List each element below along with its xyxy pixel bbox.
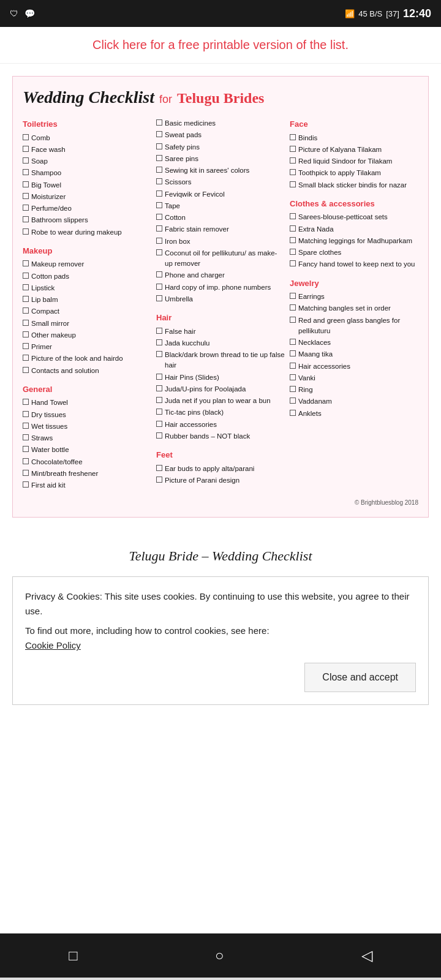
checkbox[interactable] — [23, 411, 29, 417]
checkbox[interactable] — [23, 157, 29, 164]
checkbox[interactable] — [23, 216, 29, 222]
checkbox[interactable] — [23, 296, 29, 302]
checkbox[interactable] — [23, 205, 29, 211]
check-item: Juda net if you plan to wear a bun — [156, 396, 285, 406]
checkbox[interactable] — [23, 343, 29, 349]
item-label: Hair accessories — [165, 420, 217, 430]
checkbox[interactable] — [156, 249, 162, 255]
checkbox[interactable] — [290, 225, 296, 232]
item-label: Phone and charger — [165, 270, 225, 281]
checkbox[interactable] — [156, 238, 162, 244]
checkbox[interactable] — [156, 119, 162, 126]
checkbox[interactable] — [156, 214, 162, 220]
item-label: Vanki — [298, 373, 315, 383]
checkbox[interactable] — [156, 385, 162, 391]
checkbox[interactable] — [290, 374, 296, 380]
checkbox[interactable] — [290, 304, 296, 311]
checkbox[interactable] — [290, 237, 296, 243]
nav-circle-icon[interactable]: ○ — [215, 947, 224, 964]
nav-back-icon[interactable]: ◁ — [361, 947, 372, 964]
checkbox[interactable] — [156, 477, 162, 483]
checkbox[interactable] — [23, 481, 29, 488]
check-item: Toothpick to apply Tilakam — [290, 168, 418, 178]
checkbox[interactable] — [156, 178, 162, 184]
checkbox[interactable] — [156, 328, 162, 334]
checkbox[interactable] — [23, 331, 29, 337]
checkbox[interactable] — [290, 339, 296, 345]
nav-square-icon[interactable]: □ — [69, 947, 78, 964]
item-label: Primer — [31, 342, 52, 352]
check-item: Phone and charger — [156, 270, 285, 281]
checkbox[interactable] — [290, 157, 296, 164]
printable-banner[interactable]: Click here for a free printable version … — [0, 27, 441, 64]
checkbox[interactable] — [156, 432, 162, 439]
item-label: Hard copy of imp. phone numbers — [165, 282, 271, 293]
checkbox[interactable] — [156, 131, 162, 137]
checkbox[interactable] — [23, 320, 29, 326]
item-label: Toothpick to apply Tilakam — [298, 168, 381, 178]
checkbox[interactable] — [23, 228, 29, 235]
checkbox[interactable] — [23, 367, 29, 373]
checkbox[interactable] — [156, 155, 162, 161]
checkbox[interactable] — [156, 190, 162, 197]
checkbox[interactable] — [156, 339, 162, 345]
checkbox[interactable] — [156, 421, 162, 427]
checkbox[interactable] — [156, 351, 162, 357]
check-item: Wet tissues — [23, 421, 151, 432]
item-label: First aid kit — [31, 480, 66, 491]
item-label: Iron box — [165, 236, 190, 247]
checkbox[interactable] — [290, 317, 296, 323]
check-item: Compact — [23, 306, 151, 317]
item-label: Sweat pads — [165, 130, 202, 140]
checkbox[interactable] — [156, 295, 162, 301]
checkbox[interactable] — [290, 213, 296, 219]
checkbox[interactable] — [156, 167, 162, 173]
item-label: Bindis — [298, 133, 317, 143]
clock: 12:40 — [403, 7, 431, 20]
checkbox[interactable] — [290, 260, 296, 266]
checkbox[interactable] — [23, 434, 29, 440]
checkbox[interactable] — [156, 374, 162, 380]
item-label: Feviqwik or Fevicol — [165, 189, 225, 200]
checkbox[interactable] — [290, 293, 296, 299]
checkbox[interactable] — [156, 284, 162, 290]
checkbox[interactable] — [290, 134, 296, 140]
checkbox[interactable] — [290, 363, 296, 369]
checkbox[interactable] — [290, 181, 296, 187]
item-label: Straws — [31, 433, 53, 443]
checkbox[interactable] — [23, 169, 29, 175]
checkbox[interactable] — [23, 458, 29, 464]
checkbox[interactable] — [156, 143, 162, 149]
checkbox[interactable] — [23, 307, 29, 314]
checkbox[interactable] — [23, 470, 29, 476]
checkbox[interactable] — [23, 284, 29, 290]
cookie-policy-link[interactable]: Cookie Policy — [25, 640, 81, 650]
checkbox[interactable] — [23, 273, 29, 279]
checkbox[interactable] — [23, 146, 29, 152]
checkbox[interactable] — [156, 397, 162, 403]
checkbox[interactable] — [290, 386, 296, 392]
checkbox[interactable] — [290, 350, 296, 356]
checkbox[interactable] — [156, 202, 162, 208]
check-item: Shampoo — [23, 168, 151, 178]
checkbox[interactable] — [23, 399, 29, 405]
checkbox[interactable] — [156, 465, 162, 471]
checkbox[interactable] — [156, 271, 162, 277]
checkbox[interactable] — [23, 181, 29, 187]
checkbox[interactable] — [290, 410, 296, 416]
checkbox[interactable] — [23, 423, 29, 429]
checkbox[interactable] — [290, 249, 296, 255]
checkbox[interactable] — [156, 225, 162, 232]
close-accept-button[interactable]: Close and accept — [304, 663, 416, 692]
checkbox[interactable] — [290, 398, 296, 404]
item-label: Coconut oil for pellikuturu/ as make-up … — [165, 248, 285, 270]
checkbox[interactable] — [23, 355, 29, 361]
checkbox[interactable] — [23, 446, 29, 452]
checkbox[interactable] — [156, 409, 162, 415]
checkbox[interactable] — [23, 193, 29, 199]
checkbox[interactable] — [23, 260, 29, 266]
checkbox[interactable] — [23, 134, 29, 140]
checkbox[interactable] — [290, 169, 296, 175]
checkbox[interactable] — [290, 146, 296, 152]
item-label: Soap — [31, 156, 48, 167]
